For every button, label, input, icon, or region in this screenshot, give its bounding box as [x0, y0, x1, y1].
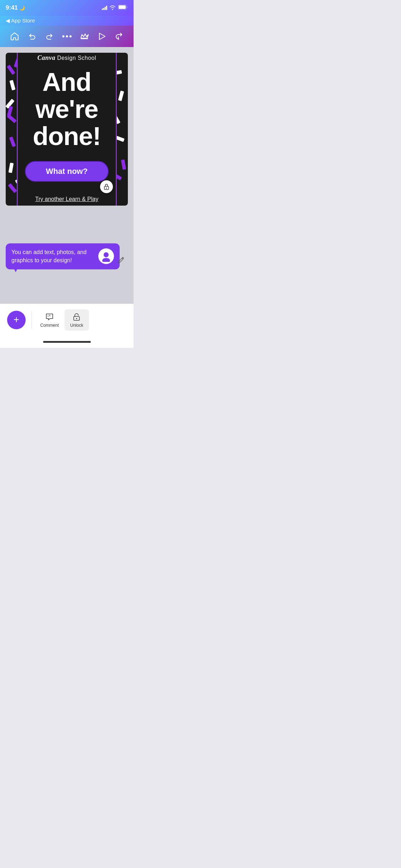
main-heading: And we're done! [25, 69, 109, 150]
unlock-button[interactable]: Unlock [64, 309, 89, 331]
unlock-label: Unlock [70, 323, 83, 328]
svg-point-6 [104, 252, 109, 257]
design-inner-card: Canva Design School And we're done! What… [17, 53, 117, 206]
main-toolbar [0, 26, 134, 47]
canva-script-text: Canva [37, 54, 56, 61]
more-options-button[interactable] [60, 29, 74, 43]
home-button[interactable] [7, 29, 22, 43]
crown-button[interactable] [77, 29, 92, 43]
play-button[interactable] [95, 29, 109, 43]
add-button[interactable]: + [7, 311, 26, 329]
lock-badge-icon [100, 180, 113, 193]
design-canvas[interactable]: Canva Design School And we're done! What… [6, 53, 128, 206]
tooltip-text: You can add text, photos, and graphics t… [11, 248, 94, 264]
home-bar [43, 341, 91, 343]
undo-button[interactable] [25, 29, 39, 43]
home-indicator [0, 336, 134, 348]
status-bar: 9:41 🌙 [0, 0, 134, 16]
tooltip-avatar [98, 248, 114, 264]
share-button[interactable] [112, 29, 126, 43]
svg-rect-2 [81, 38, 88, 39]
appstore-nav[interactable]: ◀ App Store [0, 16, 134, 26]
comment-label: Comment [40, 323, 59, 328]
tooltip-bubble: You can add text, photos, and graphics t… [6, 243, 120, 269]
edit-pencil-icon[interactable] [117, 256, 125, 265]
signal-icon [102, 6, 107, 10]
moon-icon: 🌙 [19, 5, 25, 11]
back-button[interactable]: ◀ App Store [6, 17, 35, 24]
status-icons [102, 5, 128, 11]
svg-point-7 [102, 258, 110, 262]
canvas-area: Canva Design School And we're done! What… [0, 47, 134, 304]
toolbar-divider [31, 311, 32, 329]
redo-button[interactable] [42, 29, 57, 43]
status-time: 9:41 🌙 [6, 4, 25, 11]
svg-point-10 [76, 318, 77, 319]
try-another-link[interactable]: Try another Learn & Play [35, 196, 98, 202]
battery-icon [118, 5, 128, 11]
svg-rect-1 [119, 5, 126, 9]
comment-button[interactable]: Comment [35, 309, 64, 331]
what-now-button[interactable]: What now? [25, 161, 109, 182]
add-icon: + [14, 315, 19, 325]
wifi-icon [109, 5, 116, 11]
canva-brand: Canva Design School [37, 54, 96, 62]
svg-marker-3 [99, 33, 105, 40]
time-display: 9:41 [6, 4, 18, 11]
tooltip-bar: You can add text, photos, and graphics t… [0, 243, 134, 269]
bottom-toolbar: + Comment Unlock [0, 304, 134, 336]
svg-point-5 [106, 188, 107, 189]
brand-subtitle: Design School [57, 55, 96, 61]
